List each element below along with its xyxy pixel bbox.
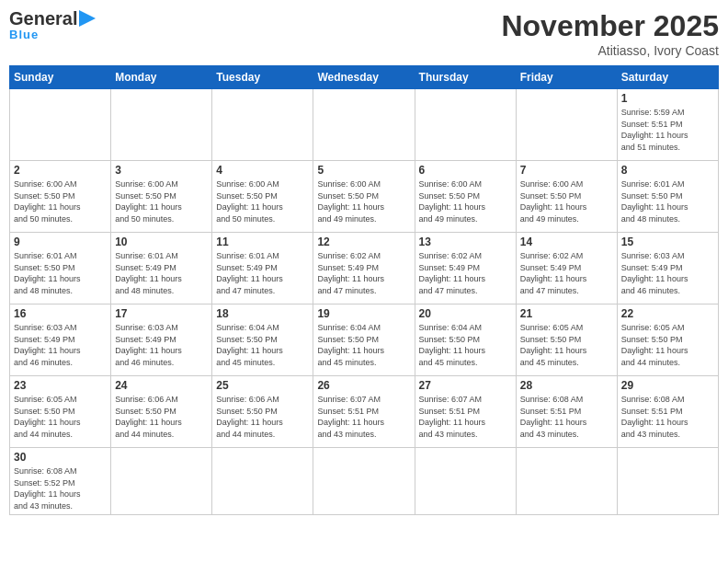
day-info: Sunrise: 6:00 AM Sunset: 5:50 PM Dayligh…	[317, 178, 410, 224]
day-info: Sunrise: 6:03 AM Sunset: 5:49 PM Dayligh…	[14, 322, 107, 368]
day-info: Sunrise: 6:03 AM Sunset: 5:49 PM Dayligh…	[621, 250, 714, 296]
col-saturday: Saturday	[617, 66, 718, 89]
day-number: 4	[216, 164, 309, 177]
day-number: 16	[14, 307, 107, 320]
col-sunday: Sunday	[10, 66, 111, 89]
logo-blue-text: Blue	[9, 28, 39, 41]
day-number: 27	[419, 379, 512, 392]
day-info: Sunrise: 6:00 AM Sunset: 5:50 PM Dayligh…	[14, 178, 107, 224]
calendar-cell	[313, 89, 415, 161]
calendar-cell: 10Sunrise: 6:01 AM Sunset: 5:49 PM Dayli…	[111, 233, 212, 304]
calendar-cell	[415, 448, 516, 515]
calendar-cell	[111, 448, 212, 515]
day-number: 29	[621, 379, 714, 392]
col-friday: Friday	[516, 66, 617, 89]
calendar-cell: 24Sunrise: 6:06 AM Sunset: 5:50 PM Dayli…	[111, 376, 212, 448]
calendar-cell: 12Sunrise: 6:02 AM Sunset: 5:49 PM Dayli…	[313, 233, 415, 304]
day-info: Sunrise: 6:07 AM Sunset: 5:51 PM Dayligh…	[317, 394, 410, 440]
day-info: Sunrise: 6:04 AM Sunset: 5:50 PM Dayligh…	[419, 322, 512, 368]
day-info: Sunrise: 6:07 AM Sunset: 5:51 PM Dayligh…	[419, 394, 512, 440]
day-info: Sunrise: 6:01 AM Sunset: 5:50 PM Dayligh…	[621, 178, 714, 224]
calendar-cell: 16Sunrise: 6:03 AM Sunset: 5:49 PM Dayli…	[10, 304, 111, 376]
day-number: 10	[115, 236, 208, 248]
day-number: 9	[14, 236, 107, 248]
day-number: 8	[621, 164, 714, 177]
calendar-cell: 8Sunrise: 6:01 AM Sunset: 5:50 PM Daylig…	[617, 161, 718, 233]
day-info: Sunrise: 6:05 AM Sunset: 5:50 PM Dayligh…	[520, 322, 613, 368]
col-monday: Monday	[111, 66, 212, 89]
calendar-body: 1Sunrise: 5:59 AM Sunset: 5:51 PM Daylig…	[10, 89, 719, 515]
calendar-cell: 28Sunrise: 6:08 AM Sunset: 5:51 PM Dayli…	[516, 376, 617, 448]
calendar-header: Sunday Monday Tuesday Wednesday Thursday…	[10, 66, 719, 89]
day-info: Sunrise: 6:00 AM Sunset: 5:50 PM Dayligh…	[419, 178, 512, 224]
day-info: Sunrise: 6:05 AM Sunset: 5:50 PM Dayligh…	[621, 322, 714, 368]
calendar-cell: 13Sunrise: 6:02 AM Sunset: 5:49 PM Dayli…	[415, 233, 516, 304]
day-number: 7	[520, 164, 613, 177]
col-wednesday: Wednesday	[313, 66, 415, 89]
day-info: Sunrise: 6:02 AM Sunset: 5:49 PM Dayligh…	[520, 250, 613, 296]
header: General Blue November 2025 Atitiasso, Iv…	[9, 9, 719, 58]
day-info: Sunrise: 6:04 AM Sunset: 5:50 PM Dayligh…	[317, 322, 410, 368]
logo-flag-icon	[79, 10, 96, 27]
day-info: Sunrise: 6:06 AM Sunset: 5:50 PM Dayligh…	[216, 394, 309, 440]
calendar-cell	[516, 448, 617, 515]
day-number: 12	[317, 236, 410, 248]
day-number: 17	[115, 307, 208, 320]
calendar-cell	[212, 448, 313, 515]
calendar-cell: 23Sunrise: 6:05 AM Sunset: 5:50 PM Dayli…	[10, 376, 111, 448]
day-info: Sunrise: 6:01 AM Sunset: 5:50 PM Dayligh…	[14, 250, 107, 296]
calendar-cell: 3Sunrise: 6:00 AM Sunset: 5:50 PM Daylig…	[111, 161, 212, 233]
calendar-cell: 11Sunrise: 6:01 AM Sunset: 5:49 PM Dayli…	[212, 233, 313, 304]
calendar-cell: 5Sunrise: 6:00 AM Sunset: 5:50 PM Daylig…	[313, 161, 415, 233]
day-number: 25	[216, 379, 309, 392]
day-info: Sunrise: 6:01 AM Sunset: 5:49 PM Dayligh…	[216, 250, 309, 296]
calendar-cell	[617, 448, 718, 515]
calendar-cell: 9Sunrise: 6:01 AM Sunset: 5:50 PM Daylig…	[10, 233, 111, 304]
month-title: November 2025	[501, 9, 719, 43]
logo-general: General	[9, 8, 77, 29]
col-tuesday: Tuesday	[212, 66, 313, 89]
day-number: 24	[115, 379, 208, 392]
day-info: Sunrise: 6:02 AM Sunset: 5:49 PM Dayligh…	[317, 250, 410, 296]
day-info: Sunrise: 6:04 AM Sunset: 5:50 PM Dayligh…	[216, 322, 309, 368]
day-info: Sunrise: 6:05 AM Sunset: 5:50 PM Dayligh…	[14, 394, 107, 440]
calendar-cell: 15Sunrise: 6:03 AM Sunset: 5:49 PM Dayli…	[617, 233, 718, 304]
day-number: 22	[621, 307, 714, 320]
calendar-cell: 21Sunrise: 6:05 AM Sunset: 5:50 PM Dayli…	[516, 304, 617, 376]
day-info: Sunrise: 6:02 AM Sunset: 5:49 PM Dayligh…	[419, 250, 512, 296]
day-info: Sunrise: 6:06 AM Sunset: 5:50 PM Dayligh…	[115, 394, 208, 440]
day-number: 21	[520, 307, 613, 320]
calendar-cell: 6Sunrise: 6:00 AM Sunset: 5:50 PM Daylig…	[415, 161, 516, 233]
day-number: 6	[419, 164, 512, 177]
col-thursday: Thursday	[415, 66, 516, 89]
day-info: Sunrise: 6:00 AM Sunset: 5:50 PM Dayligh…	[520, 178, 613, 224]
calendar-cell: 19Sunrise: 6:04 AM Sunset: 5:50 PM Dayli…	[313, 304, 415, 376]
logo-text: General	[9, 9, 77, 28]
calendar-cell: 20Sunrise: 6:04 AM Sunset: 5:50 PM Dayli…	[415, 304, 516, 376]
day-number: 18	[216, 307, 309, 320]
logo-area: General Blue	[9, 9, 96, 41]
calendar-cell	[516, 89, 617, 161]
day-info: Sunrise: 6:08 AM Sunset: 5:52 PM Dayligh…	[14, 465, 107, 511]
day-number: 23	[14, 379, 107, 392]
day-number: 28	[520, 379, 613, 392]
calendar-cell: 2Sunrise: 6:00 AM Sunset: 5:50 PM Daylig…	[10, 161, 111, 233]
day-number: 14	[520, 236, 613, 248]
day-number: 2	[14, 164, 107, 177]
day-number: 5	[317, 164, 410, 177]
calendar-cell	[212, 89, 313, 161]
day-number: 20	[419, 307, 512, 320]
calendar-table: Sunday Monday Tuesday Wednesday Thursday…	[9, 65, 719, 515]
day-info: Sunrise: 5:59 AM Sunset: 5:51 PM Dayligh…	[621, 107, 714, 153]
calendar-cell: 26Sunrise: 6:07 AM Sunset: 5:51 PM Dayli…	[313, 376, 415, 448]
calendar-cell: 25Sunrise: 6:06 AM Sunset: 5:50 PM Dayli…	[212, 376, 313, 448]
calendar-cell	[10, 89, 111, 161]
day-number: 30	[14, 451, 107, 464]
calendar-cell: 27Sunrise: 6:07 AM Sunset: 5:51 PM Dayli…	[415, 376, 516, 448]
day-number: 1	[621, 92, 714, 105]
day-number: 19	[317, 307, 410, 320]
title-area: November 2025 Atitiasso, Ivory Coast	[501, 9, 719, 58]
calendar-cell: 1Sunrise: 5:59 AM Sunset: 5:51 PM Daylig…	[617, 89, 718, 161]
calendar-cell: 14Sunrise: 6:02 AM Sunset: 5:49 PM Dayli…	[516, 233, 617, 304]
calendar-cell: 17Sunrise: 6:03 AM Sunset: 5:49 PM Dayli…	[111, 304, 212, 376]
